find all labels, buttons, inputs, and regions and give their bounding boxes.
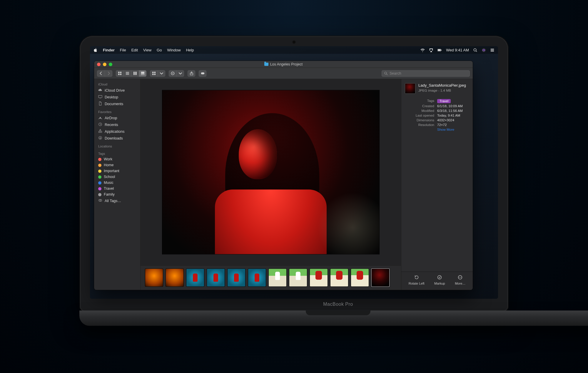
clock-icon: [98, 122, 102, 127]
menubar-app-name[interactable]: Finder: [103, 48, 115, 52]
menubar-clock[interactable]: Wed 9:41 AM: [446, 48, 469, 52]
more-action[interactable]: More…: [455, 275, 465, 285]
sidebar-item-documents[interactable]: Documents: [97, 100, 140, 107]
view-gallery-button[interactable]: [139, 70, 146, 77]
thumbnail-6[interactable]: [248, 269, 266, 286]
thumbnail-3[interactable]: [186, 269, 204, 286]
laptop-model-label: MacBook Pro: [323, 302, 353, 307]
preview-info-panel: Lady_SantaMonicaPier.jpeg JPEG image - 1…: [401, 79, 473, 290]
window-titlebar[interactable]: Los Angeles Project: [94, 61, 473, 68]
laptop-base: MacBook Pro: [79, 310, 588, 326]
quick-actions: Rotate Left Markup More…: [401, 271, 473, 290]
sidebar-item-travel[interactable]: Travel: [97, 186, 140, 191]
thumbnail-11[interactable]: [351, 269, 369, 286]
search-input[interactable]: [390, 71, 467, 75]
view-columns-button[interactable]: [131, 70, 139, 77]
menu-window[interactable]: Window: [167, 48, 181, 52]
sidebar-item-label: Desktop: [105, 95, 118, 99]
group-by-button[interactable]: [150, 70, 158, 77]
tag-color-dot: [98, 164, 101, 167]
group-by-dropdown[interactable]: [158, 70, 165, 77]
wifi-icon[interactable]: [420, 48, 425, 52]
airplay-icon[interactable]: [429, 48, 433, 52]
siri-icon[interactable]: [482, 48, 486, 52]
minimize-button[interactable]: [103, 63, 106, 66]
gallery-preview: [141, 79, 401, 265]
folder-icon: [264, 63, 268, 66]
menu-view[interactable]: View: [143, 48, 151, 52]
rotate-left-action[interactable]: Rotate Left: [409, 275, 425, 285]
thumbnail-7[interactable]: [269, 269, 286, 286]
spotlight-icon[interactable]: [473, 48, 477, 52]
group-by-segment: [150, 70, 165, 77]
thumbnail-8[interactable]: [289, 269, 307, 286]
sidebar-item-label: iCloud Drive: [105, 88, 125, 93]
sidebar-item-downloads[interactable]: Downloads: [97, 135, 140, 142]
share-button[interactable]: [188, 70, 195, 77]
sidebar-item-family[interactable]: Family: [97, 191, 140, 197]
thumbnail-1[interactable]: [145, 269, 163, 286]
sidebar-item-applications[interactable]: Applications: [97, 128, 140, 135]
menu-help[interactable]: Help: [186, 48, 194, 52]
sidebar-item-important[interactable]: Important: [97, 168, 140, 174]
sidebar-item-desktop[interactable]: Desktop: [97, 94, 140, 100]
thumbnail-12[interactable]: [372, 269, 389, 286]
sidebar-item-school[interactable]: School: [97, 174, 140, 180]
action-menu-dropdown[interactable]: [176, 70, 184, 77]
battery-icon[interactable]: [437, 48, 442, 52]
sidebar-item-recents[interactable]: Recents: [97, 121, 140, 128]
sidebar-item-airdrop[interactable]: AirDrop: [97, 115, 140, 121]
meta-label: Resolution: [405, 123, 434, 127]
markup-action[interactable]: Markup: [434, 275, 445, 285]
view-list-button[interactable]: [123, 70, 131, 77]
close-button[interactable]: [97, 63, 101, 66]
sidebar-item-work[interactable]: Work: [97, 156, 140, 162]
thumbnail-4[interactable]: [207, 269, 225, 286]
cloud-icon: [98, 88, 102, 93]
apple-menu-icon[interactable]: [93, 48, 98, 52]
action-menu-button[interactable]: [169, 70, 176, 77]
finder-sidebar: iCloudiCloud DriveDesktopDocumentsFavori…: [94, 79, 141, 290]
svg-point-44: [461, 277, 461, 278]
finder-window: Los Angeles Project: [94, 61, 473, 290]
window-body: iCloudiCloud DriveDesktopDocumentsFavori…: [94, 79, 473, 290]
menu-go[interactable]: Go: [157, 48, 162, 52]
svg-rect-22: [143, 74, 144, 75]
traffic-lights: [97, 63, 112, 66]
nav-forward-button: [105, 70, 112, 77]
meta-value: Travel: [437, 99, 451, 103]
sidebar-item-icloud-drive[interactable]: iCloud Drive: [97, 87, 140, 94]
thumbnail-2[interactable]: [166, 269, 183, 286]
tag-pill[interactable]: Travel: [437, 99, 451, 103]
preview-image[interactable]: [162, 90, 380, 254]
sidebar-item-music[interactable]: Music: [97, 180, 140, 186]
thumbnail-9[interactable]: [310, 269, 328, 286]
view-icons-button[interactable]: [116, 70, 123, 77]
edit-tags-button[interactable]: [199, 70, 206, 77]
nav-back-button[interactable]: [97, 70, 105, 77]
svg-rect-8: [491, 51, 494, 51]
menu-edit[interactable]: Edit: [131, 48, 138, 52]
sidebar-item-all-tags-[interactable]: All Tags…: [97, 197, 140, 204]
svg-rect-16: [133, 72, 134, 75]
fullscreen-button[interactable]: [109, 63, 112, 66]
sidebar-item-label: Work: [104, 157, 112, 161]
thumbnail-10[interactable]: [330, 269, 348, 286]
svg-point-5: [482, 48, 486, 52]
svg-rect-30: [201, 72, 204, 74]
content-area: [141, 79, 401, 290]
download-icon: [98, 136, 102, 141]
thumbnail-5[interactable]: [228, 269, 245, 286]
svg-line-4: [476, 51, 477, 52]
sidebar-item-label: Downloads: [105, 136, 123, 140]
sidebar-item-label: Travel: [104, 186, 114, 191]
search-field[interactable]: [382, 70, 470, 77]
search-icon: [384, 71, 388, 75]
show-more-link[interactable]: Show More: [437, 128, 454, 131]
menu-file[interactable]: File: [120, 48, 126, 52]
notification-center-icon[interactable]: [490, 48, 495, 52]
svg-rect-17: [135, 72, 136, 75]
meta-label: Modified: [405, 109, 434, 112]
sidebar-item-home[interactable]: Home: [97, 162, 140, 168]
gallery-filmstrip[interactable]: [141, 265, 401, 290]
